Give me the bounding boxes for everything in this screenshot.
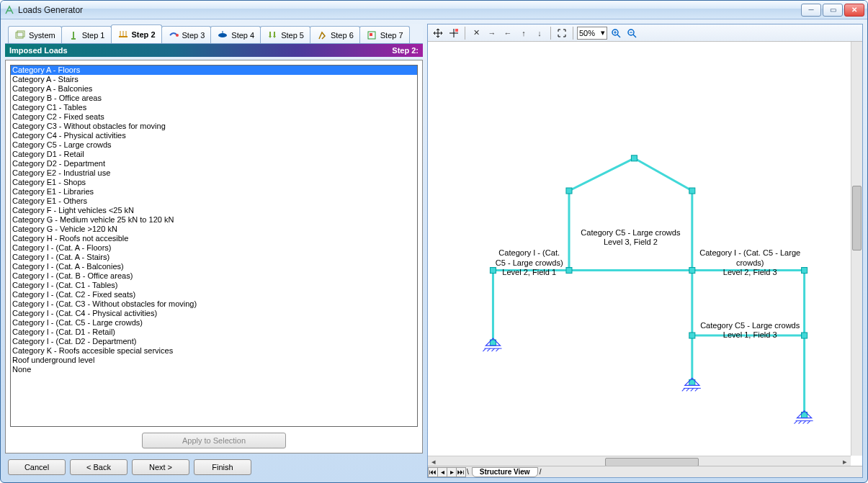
tab-label: Step 5: [281, 31, 304, 40]
category-item[interactable]: Category I - (Cat. A - Floors): [11, 243, 417, 253]
close-button[interactable]: ✕: [844, 4, 864, 17]
pan-icon[interactable]: [431, 26, 445, 40]
category-item[interactable]: Category C4 - Physical activities: [11, 131, 417, 140]
app-icon: [4, 4, 15, 16]
category-item[interactable]: Category I - (Cat. C1 - Tables): [11, 281, 417, 290]
category-item[interactable]: Category I - (Cat. D1 - Retail): [11, 328, 417, 337]
tab-step-6[interactable]: Step 6: [310, 26, 360, 43]
fit-icon[interactable]: [555, 26, 569, 40]
minimize-button[interactable]: ─: [801, 4, 821, 17]
category-item[interactable]: Category B - Office areas: [11, 94, 417, 103]
arrow-right-icon[interactable]: →: [485, 26, 499, 40]
category-item[interactable]: None: [11, 365, 417, 374]
label-l2f1-line1: Category I - (Cat.: [498, 248, 560, 257]
svg-line-37: [491, 348, 494, 351]
tab-label: Step 3: [182, 31, 205, 40]
sheet-first-icon[interactable]: ⏮: [428, 467, 438, 477]
svg-rect-31: [802, 333, 807, 338]
zoom-out-icon[interactable]: [625, 26, 639, 40]
category-item[interactable]: Category A - Stairs: [11, 75, 417, 84]
window-buttons: ─ ▭ ✕: [801, 4, 864, 17]
svg-line-48: [807, 421, 810, 424]
apply-to-selection-button[interactable]: Apply to Selection: [142, 433, 286, 448]
maximize-button[interactable]: ▭: [823, 4, 843, 17]
category-item[interactable]: Category I - (Cat. C3 - Without obstacle…: [11, 299, 417, 309]
step-tabbar: System Step 1 Step 2 Step 3 Step 4: [5, 24, 423, 44]
svg-rect-28: [802, 268, 807, 274]
label-l2f3-line2: crowds): [736, 258, 764, 267]
category-item[interactable]: Category H - Roofs not accesible: [11, 234, 417, 243]
arrow-down-icon[interactable]: ↓: [532, 26, 547, 40]
svg-line-10: [634, 158, 692, 191]
category-item[interactable]: Category D2 - Department: [11, 159, 417, 168]
zoom-in-icon[interactable]: [609, 26, 623, 40]
category-item[interactable]: Category C1 - Tables: [11, 103, 417, 112]
category-item[interactable]: Category I - (Cat. C4 - Physical activit…: [11, 309, 417, 318]
tab-divider: \: [465, 468, 470, 476]
category-item[interactable]: Category D1 - Retail: [11, 150, 417, 159]
tab-label: Step 6: [331, 31, 354, 40]
category-item[interactable]: Category C5 - Large crowds: [11, 140, 417, 150]
scrollbar-thumb[interactable]: [605, 458, 699, 466]
category-item[interactable]: Category G - Vehicle >120 kN: [11, 225, 417, 234]
category-item[interactable]: Category E1 - Others: [11, 197, 417, 206]
arrow-up-icon[interactable]: ↑: [516, 26, 531, 40]
label-l2f1-line2: C5 - Large crowds): [496, 258, 563, 267]
sheet-tab-structure-view[interactable]: Structure View: [472, 467, 538, 477]
category-item[interactable]: Category I - (Cat. A - Balconies): [11, 262, 417, 271]
category-item[interactable]: Category F - Light vehicles <25 kN: [11, 206, 417, 215]
category-item[interactable]: Category I - (Cat. C2 - Fixed seats): [11, 290, 417, 299]
tab-step-3[interactable]: Step 3: [161, 26, 212, 43]
titlebar: Loads Generator ─ ▭ ✕: [1, 1, 867, 19]
label-l2f3-line3: Level 2, Field 3: [723, 268, 777, 276]
sheet-last-icon[interactable]: ⏭: [456, 467, 466, 477]
category-item[interactable]: Category E2 - Industrial use: [11, 168, 417, 178]
step1-icon: [68, 30, 79, 41]
svg-rect-6: [455, 29, 458, 32]
sheet-prev-icon[interactable]: ◂: [437, 467, 447, 477]
back-button[interactable]: < Back: [70, 459, 127, 475]
tab-step-4[interactable]: Step 4: [210, 26, 261, 43]
tab-step-7[interactable]: Step 7: [359, 26, 410, 43]
label-l3f2-line1: Category C5 - Large crowds: [581, 228, 681, 237]
scrollbar-thumb[interactable]: [852, 186, 862, 250]
tab-system[interactable]: System: [8, 26, 62, 43]
tab-step-2[interactable]: Step 2: [111, 24, 162, 43]
finish-button[interactable]: Finish: [194, 459, 251, 475]
category-item[interactable]: Category C3 - Without obstacles for movi…: [11, 122, 417, 131]
category-item[interactable]: Category G - Medium vehicle 25 kN to 120…: [11, 215, 417, 225]
category-item[interactable]: Category E1 - Libraries: [11, 187, 417, 197]
category-item[interactable]: Category E1 - Shops: [11, 178, 417, 187]
step7-icon: [366, 30, 377, 41]
vertical-scrollbar[interactable]: [851, 42, 862, 456]
category-item[interactable]: Category I - (Cat. D2 - Department): [11, 337, 417, 346]
next-label: Next >: [149, 463, 172, 471]
category-item[interactable]: Category I - (Cat. C5 - Large crowds): [11, 318, 417, 328]
panel-step: Step 2:: [392, 46, 419, 55]
category-item[interactable]: Category I - (Cat. B - Office areas): [11, 271, 417, 281]
panel-header: Imposed Loads Step 2:: [5, 44, 423, 57]
delete-icon[interactable]: ✕: [469, 26, 483, 40]
category-item[interactable]: Category A - Floors: [11, 66, 417, 75]
next-button[interactable]: Next >: [132, 459, 189, 475]
category-item[interactable]: Category C2 - Fixed seats: [11, 112, 417, 122]
app-window: Loads Generator ─ ▭ ✕ System Step 1 Step: [0, 0, 868, 483]
structure-canvas[interactable]: Category C5 - Large crowds Level 3, Fiel…: [428, 42, 862, 477]
zoom-select[interactable]: 50% ▾: [577, 27, 607, 40]
category-item[interactable]: Category K - Roofs accesible special ser…: [11, 346, 417, 356]
tab-step-1[interactable]: Step 1: [61, 26, 112, 43]
svg-line-36: [487, 348, 490, 351]
svg-rect-25: [566, 268, 572, 274]
category-item[interactable]: Category I - (Cat. A - Stairs): [11, 253, 417, 262]
finish-label: Finish: [212, 463, 233, 471]
category-listbox[interactable]: Category A - FloorsCategory A - StairsCa…: [10, 65, 418, 427]
toolbar-separator: [573, 27, 573, 40]
category-item[interactable]: Category A - Balconies: [11, 84, 417, 94]
sheet-next-icon[interactable]: ▸: [447, 467, 457, 477]
arrow-left-icon[interactable]: ←: [501, 26, 515, 40]
tab-step-5[interactable]: Step 5: [260, 26, 310, 43]
cancel-button[interactable]: Cancel: [8, 459, 66, 475]
pan-origin-icon[interactable]: [447, 26, 461, 40]
svg-rect-26: [689, 268, 695, 274]
category-item[interactable]: Roof underground level: [11, 356, 417, 365]
